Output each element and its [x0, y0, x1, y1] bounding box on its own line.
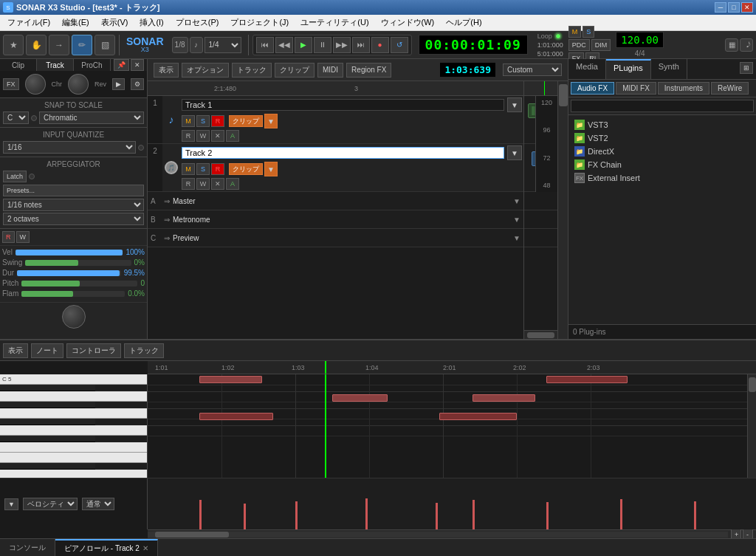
key-e4[interactable] — [0, 453, 147, 463]
track2-clip-btn[interactable]: クリップ — [229, 163, 263, 175]
tool-select[interactable]: ✋ — [26, 35, 47, 55]
snap-note[interactable]: ♪ — [190, 37, 203, 53]
velocity-expand[interactable]: ▼ — [4, 498, 18, 510]
tempo-display[interactable]: 120.00 — [616, 32, 664, 48]
tab-instruments[interactable]: Instruments — [658, 82, 709, 95]
minimize-button[interactable]: ─ — [715, 2, 726, 13]
menu-insert[interactable]: 挿入(I) — [135, 16, 168, 30]
mix-knob[interactable] — [62, 305, 86, 329]
view-dropdown[interactable]: 表示 — [154, 63, 179, 78]
note-bar-2[interactable] — [546, 376, 628, 383]
key-b4-black[interactable] — [0, 385, 95, 391]
midi-dropdown[interactable]: MIDI — [317, 63, 343, 78]
note-bar-3[interactable] — [332, 394, 388, 402]
track2-clip-dd[interactable]: ▼ — [264, 162, 278, 176]
key-gb4-black[interactable] — [0, 436, 95, 442]
bus-c-name[interactable]: Preview — [173, 234, 199, 242]
menu-edit[interactable]: 編集(E) — [58, 16, 94, 30]
menu-help[interactable]: ヘルプ(H) — [441, 16, 486, 30]
regionfx-dropdown[interactable]: Region FX — [346, 63, 391, 78]
tree-item-vst2[interactable]: 📁 VST2 — [571, 131, 753, 145]
key-bb4-black[interactable] — [0, 402, 95, 408]
track1-clip-dd[interactable]: ▼ — [264, 114, 278, 128]
key-ab4-black[interactable] — [0, 419, 95, 425]
forward-button[interactable]: ▶▶ — [333, 37, 351, 53]
v-scrollbar-track[interactable] — [557, 81, 568, 339]
tool-draw[interactable]: ✏ — [72, 35, 92, 55]
note-bar-1[interactable] — [199, 376, 262, 383]
r-button-left[interactable]: R — [2, 231, 15, 243]
pr-track-dropdown[interactable]: トラック — [124, 343, 164, 358]
tree-item-dx[interactable]: 📁 DirectX — [571, 145, 753, 158]
pr-scrollbar-track[interactable] — [148, 532, 728, 538]
tab-pianoroll[interactable]: ピアノロール - Track 2 ✕ — [55, 539, 158, 556]
bus-b-name[interactable]: Metronome — [173, 216, 210, 224]
menu-project[interactable]: プロジェクト(J) — [226, 16, 293, 30]
metronome-btn[interactable]: 𝅘𝅥𝅮 — [740, 38, 753, 52]
track2-rw-btn[interactable]: R — [182, 178, 195, 190]
options-dropdown[interactable]: オプション — [182, 63, 229, 78]
tab-plugins[interactable]: PLugins — [606, 59, 651, 79]
rewind-button[interactable]: ⏮ — [256, 37, 274, 53]
bus-a-name[interactable]: Master — [173, 197, 196, 205]
track2-r-btn[interactable]: R — [211, 163, 224, 175]
end-button[interactable]: ⏭ — [352, 37, 370, 53]
scale-type-select[interactable]: Chromatic — [39, 111, 144, 124]
velocity-type-select[interactable]: ベロシティ — [23, 498, 78, 510]
track2-m-btn[interactable]: M — [182, 163, 195, 175]
key-a4[interactable] — [0, 408, 147, 419]
key-f4[interactable] — [0, 442, 147, 453]
tab-synth[interactable]: Synth — [651, 59, 687, 79]
fx-button-left[interactable]: FX — [3, 78, 19, 90]
arp-led[interactable] — [29, 174, 35, 179]
fx-expand[interactable]: ▶ — [112, 78, 125, 90]
pr-v-scrollbar-thumb[interactable] — [749, 377, 756, 392]
pr-controller-dropdown[interactable]: コントローラ — [66, 343, 121, 358]
pr-view-dropdown[interactable]: 表示 — [3, 343, 28, 358]
track-dropdown[interactable]: トラック — [232, 63, 272, 78]
pianoroll-tab-close[interactable]: ✕ — [142, 544, 148, 552]
tab-midifx[interactable]: MIDI FX — [616, 82, 656, 95]
key-c5[interactable]: C 5 — [0, 374, 147, 385]
h-scrollbar-thumb[interactable] — [527, 332, 554, 338]
track2-name-input[interactable] — [182, 147, 504, 159]
w-button-left[interactable]: W — [16, 231, 30, 243]
key-g4[interactable] — [0, 425, 147, 436]
tree-item-fxchain[interactable]: 📁 FX Chain — [571, 158, 753, 171]
titlebar-controls[interactable]: ─ □ ✕ — [715, 2, 753, 13]
tab-track[interactable]: Track — [37, 59, 74, 71]
tool-move[interactable]: → — [49, 35, 69, 55]
track2-s-btn[interactable]: S — [196, 163, 210, 175]
midi-in-btn[interactable]: ▦ — [725, 38, 738, 52]
key-eb4-black[interactable] — [0, 463, 95, 470]
snap-led[interactable] — [31, 115, 37, 121]
chr-knob[interactable] — [25, 74, 46, 95]
key-b4[interactable] — [0, 391, 147, 402]
plugin-search-input[interactable] — [571, 100, 754, 112]
menu-window[interactable]: ウィンドウ(W) — [377, 16, 439, 30]
menu-process[interactable]: プロセス(P) — [171, 16, 224, 30]
pr-note-dropdown[interactable]: ノート — [31, 343, 63, 358]
track1-clip-btn[interactable]: クリップ — [229, 115, 263, 127]
fx-settings[interactable]: ⚙ — [131, 78, 144, 90]
h-scrollbar[interactable] — [524, 330, 557, 339]
iq-value-select[interactable]: 1/16 — [3, 141, 136, 154]
m-button[interactable]: M — [568, 26, 582, 38]
close-button[interactable]: ✕ — [741, 2, 753, 13]
latch-button[interactable]: Latch — [3, 171, 27, 182]
tab-clip[interactable]: Clip — [0, 59, 37, 71]
note-bar-5[interactable] — [199, 413, 273, 420]
arp-notes-select[interactable]: 1/16 notes — [3, 199, 144, 211]
track1-dropdown[interactable]: ▼ — [507, 97, 522, 112]
rev-knob[interactable] — [68, 74, 89, 95]
custom-dropdown[interactable]: Custom — [503, 64, 562, 76]
track1-s-btn[interactable]: S — [196, 115, 210, 127]
track1-m-btn[interactable]: M — [182, 115, 195, 127]
maximize-button[interactable]: □ — [728, 2, 740, 13]
arp-octaves-select[interactable]: 2 octaves — [3, 213, 144, 225]
pr-v-scrollbar[interactable] — [747, 374, 756, 478]
track1-r-btn[interactable]: R — [211, 115, 224, 127]
tab-console[interactable]: コンソール — [0, 539, 55, 556]
tab-audiofx[interactable]: Audio FX — [571, 82, 614, 95]
track1-name[interactable]: Track 1 — [182, 99, 504, 111]
